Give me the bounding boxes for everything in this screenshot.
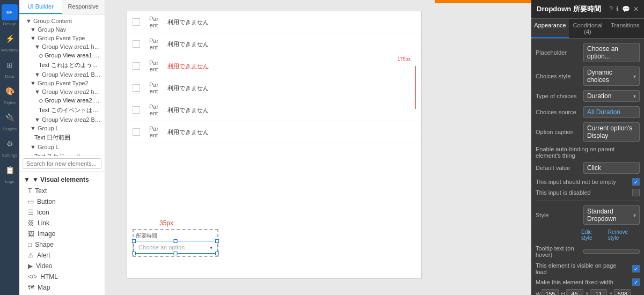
visual-elements-header[interactable]: ▼ ▼ Visual elements [19, 174, 105, 186]
element-link[interactable]: ⛓ Link [19, 218, 105, 228]
tab-ui-builder[interactable]: UI Builder [19, 0, 62, 14]
search-input[interactable] [23, 158, 101, 169]
element-button[interactable]: ▭ Button [19, 196, 105, 207]
tab-conditional[interactable]: Conditional (4) [569, 19, 606, 38]
design-label: Design [3, 21, 17, 26]
option-caption-value[interactable]: Current option's Display [583, 122, 640, 142]
element-video[interactable]: ▶ Video [19, 261, 105, 271]
text-3-unavailable: 利用できません [167, 62, 209, 70]
par-3: Parent [144, 60, 163, 72]
tree-item-group-l2[interactable]: ▼ Group L [19, 143, 105, 151]
tree-item-group-nav[interactable]: ▼ Group Nav [19, 25, 105, 34]
tab-transitions[interactable]: Transitions [606, 19, 644, 38]
edit-style-link[interactable]: Edic style [581, 229, 604, 241]
element-html[interactable]: </> HTML [19, 271, 105, 282]
w-value[interactable]: 155 [541, 289, 559, 295]
panel-header: Dropdown 所要時間 ? ℹ 💬 ✕ [531, 0, 644, 19]
input-not-empty-label: This input should not be empty [536, 179, 629, 185]
element-icon-label: Icon [37, 209, 49, 216]
tree-item-text-koredewa[interactable]: Text これはどのよう... [19, 60, 105, 70]
styles-icon-btn[interactable]: 🎨 [2, 83, 18, 99]
workflow-icon-btn[interactable]: ⚡ [2, 31, 18, 47]
element-text[interactable]: T Text [19, 186, 105, 196]
dimension-35px-label: 35px [159, 219, 173, 227]
default-value-text: Click [587, 164, 601, 172]
input-disabled-row: This input is disabled [536, 189, 640, 196]
element-map[interactable]: 🗺 Map [19, 282, 105, 293]
chat-icon[interactable]: 💬 [622, 5, 630, 13]
design-icon-btn[interactable]: ✏ [2, 4, 18, 20]
checkbox-6[interactable] [133, 128, 140, 136]
tree-item-group-content[interactable]: ▼ Group Content [19, 17, 105, 25]
placeholder-value[interactable]: Choose an option... [583, 43, 640, 62]
visible-checkbox[interactable]: ✓ [632, 265, 640, 272]
element-html-label: HTML [40, 273, 58, 281]
help-icon[interactable]: ? [609, 5, 613, 13]
settings-icon-btn[interactable]: ⚙ [2, 136, 18, 152]
element-image[interactable]: 🖼 Image [19, 228, 105, 239]
tree-item-group-l1[interactable]: ▼ Group L [19, 124, 105, 132]
tree-item-group-view-area2-but[interactable]: ◇ Group View area2 but... [19, 96, 105, 105]
plugins-icon-btn[interactable]: 🔌 [2, 109, 18, 126]
tree-item-group-event-type2[interactable]: ▼ Group Event Type2 [19, 79, 105, 87]
style-value-text: Standard Dropdown [587, 208, 633, 223]
tree-item-group-view-area1-head[interactable]: ▼ Group View area1 head [19, 42, 105, 51]
fixed-width-checkbox[interactable]: ✓ [632, 278, 640, 286]
checkbox-3[interactable] [133, 62, 140, 70]
default-value-row: Default value Click [536, 162, 640, 174]
tree-item-group-view-area2-body[interactable]: ▼ Group View area2 Body [19, 115, 105, 124]
tooltip-input[interactable] [583, 249, 640, 254]
dropdown-element[interactable]: Choose an option... ▾ [134, 241, 217, 254]
handle-bm [174, 252, 178, 255]
tab-appearance[interactable]: Appearance [531, 19, 569, 38]
h-value[interactable]: 45 [566, 289, 583, 295]
element-video-label: Video [36, 262, 52, 270]
choices-source-value[interactable]: All Duration [583, 106, 640, 118]
checkbox-4[interactable] [133, 84, 140, 92]
workflow-label: Workflow [1, 48, 19, 53]
element-alert[interactable]: ⚠ Alert [19, 250, 105, 261]
tree-item-group-view-area1-but[interactable]: ◇ Group View area1 but... [19, 51, 105, 60]
x-value[interactable]: 11 [590, 289, 607, 295]
input-disabled-checkbox[interactable] [632, 189, 640, 196]
alert-icon: ⚠ [28, 252, 34, 259]
tree-item-text-kono[interactable]: Text このイベントはい... [19, 105, 105, 115]
coord-w: W 155 [536, 289, 559, 295]
style-value[interactable]: Standard Dropdown ▾ [583, 205, 640, 225]
choices-style-value[interactable]: Dynamic choices ▾ [583, 67, 640, 86]
default-value-value[interactable]: Click [583, 162, 640, 174]
choices-source-label: Choices source [536, 109, 581, 115]
dropdown-outer-border: 所要時間 Choose an option... ▾ [133, 229, 218, 257]
y-value[interactable]: 598 [614, 289, 631, 295]
tree-item-group-event-type[interactable]: ▼ Group Event Type [19, 34, 105, 42]
placeholder-row: Placeholder Choose an option... [536, 43, 640, 62]
canvas-row-5: Parent 利用できません [127, 99, 421, 121]
checkbox-2[interactable] [133, 40, 140, 48]
close-icon[interactable]: ✕ [633, 5, 639, 13]
fixed-width-label: Make this element fixed-width [536, 279, 629, 285]
tree-item-group-view-area1-body[interactable]: ▼ Group View area1 Body [19, 70, 105, 79]
handle-br [215, 252, 219, 255]
panel-body: Placeholder Choose an option... Choices … [531, 39, 644, 295]
tree-item-group-view-area2-head[interactable]: ▼ Group View area2 head... [19, 87, 105, 96]
remove-style-link[interactable]: Remove style [608, 229, 640, 241]
checkbox-5[interactable] [133, 106, 140, 114]
settings-icon-group: ⚙ Settings [2, 136, 18, 158]
info-icon[interactable]: ℹ [616, 5, 619, 13]
input-not-empty-checkbox[interactable]: ✓ [632, 178, 640, 186]
image-icon: 🖼 [28, 230, 34, 238]
style-label: Style [536, 212, 581, 218]
tree-item-text-date[interactable]: Text 日付範囲 [19, 132, 105, 143]
element-shape[interactable]: □ Shape [19, 239, 105, 250]
tree-item-text-schedule[interactable]: Text スケジュール [19, 151, 105, 156]
style-actions: Edic style Remove style [536, 229, 640, 241]
checkbox-1[interactable] [133, 18, 140, 26]
default-value-label: Default value [536, 165, 581, 171]
data-icon-btn[interactable]: ⊞ [2, 57, 18, 73]
logs-icon-btn[interactable]: 📋 [2, 162, 18, 178]
sidebar-tabs: UI Builder Responsive [19, 0, 105, 14]
tab-responsive[interactable]: Responsive [62, 0, 105, 14]
type-of-choices-value[interactable]: Duration ▾ [583, 90, 640, 102]
element-icon[interactable]: ☰ Icon [19, 207, 105, 218]
tree-area: ▼ Group Content ▼ Group Nav ▼ Group Even… [19, 14, 105, 156]
